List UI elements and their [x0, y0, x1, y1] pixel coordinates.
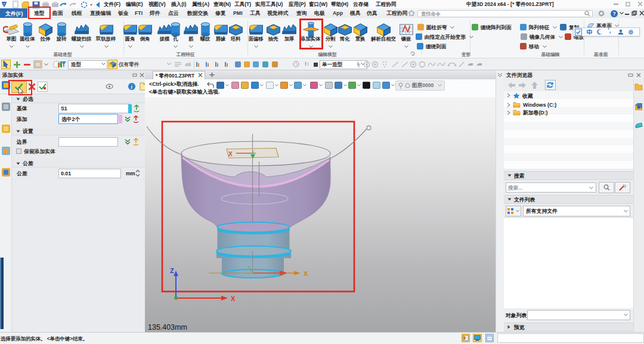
svg-text:Z: Z — [170, 267, 174, 274]
svg-text:135.403mm: 135.403mm — [148, 323, 187, 331]
svg-text:X: X — [228, 151, 233, 157]
svg-text:X: X — [304, 270, 308, 277]
svg-text:X: X — [231, 295, 236, 302]
